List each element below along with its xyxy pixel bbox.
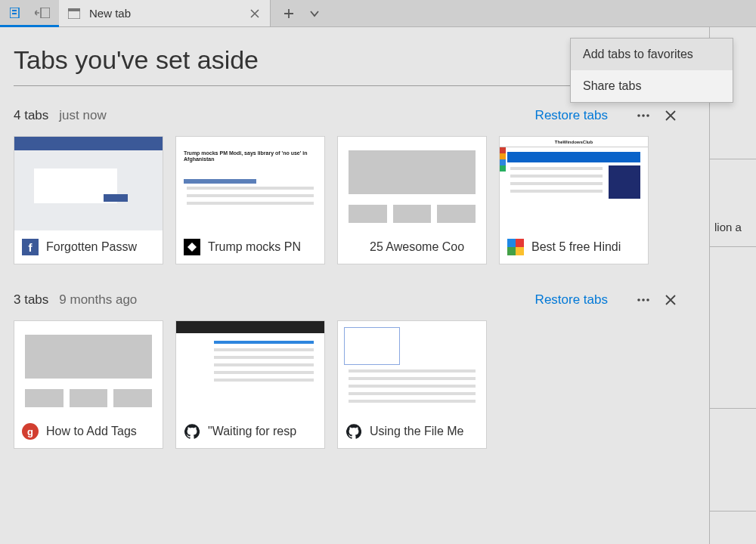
tab-title: New tab: [89, 7, 240, 20]
tab-group-time: 9 months ago: [59, 292, 137, 308]
more-icon[interactable]: [635, 292, 652, 308]
svg-point-9: [637, 298, 640, 301]
more-icon[interactable]: [635, 107, 652, 124]
restore-tabs-link[interactable]: Restore tabs: [535, 108, 608, 123]
windows-store-icon: [507, 239, 524, 255]
aside-tabs-panel: Tabs you've set aside 4 tabs just now Re…: [0, 27, 709, 544]
tab-tools: [0, 0, 59, 27]
tab-bar-actions: [271, 0, 322, 26]
tab-group-header: 4 tabs just now Restore tabs: [14, 107, 679, 124]
restore-tabs-link[interactable]: Restore tabs: [535, 292, 608, 308]
menu-share-tabs[interactable]: Share tabs: [571, 70, 733, 102]
tile-thumbnail: [338, 137, 486, 230]
aside-tab-tile[interactable]: 25 Awesome Coo: [337, 136, 487, 264]
svg-point-7: [642, 114, 645, 117]
show-aside-tabs-icon[interactable]: [35, 5, 50, 20]
aside-tab-tile[interactable]: f Forgotten Passw: [14, 136, 163, 264]
tab-group-context-menu: Add tabs to favorites Share tabs: [570, 38, 733, 103]
set-aside-tabs-icon[interactable]: [9, 5, 24, 20]
aside-tab-tile[interactable]: Trump mocks PM Modi, says library of 'no…: [175, 136, 325, 264]
new-tab-icon[interactable]: [281, 6, 296, 21]
close-tab-icon[interactable]: [247, 6, 262, 21]
thumb-brand: TheWindowsClub: [500, 137, 648, 147]
browser-chrome: New tab: [0, 0, 756, 27]
tile-title: Best 5 free Hindi: [531, 240, 621, 254]
aside-tab-tile[interactable]: TheWindowsClub Best 5 free Hindi: [499, 136, 649, 264]
github-icon: [345, 423, 362, 440]
tile-thumbnail: [338, 321, 486, 415]
aside-tab-tile[interactable]: g How to Add Tags: [14, 320, 163, 449]
tab-group-count: 3 tabs: [14, 292, 48, 308]
tab-group-header: 3 tabs 9 months ago Restore tabs: [14, 292, 679, 308]
tile-thumbnail: TheWindowsClub: [500, 137, 648, 230]
svg-rect-1: [12, 10, 17, 11]
menu-add-tabs-to-favorites[interactable]: Add tabs to favorites: [571, 39, 733, 70]
tab-group-time: just now: [59, 108, 106, 123]
thumb-headline: Trump mocks PM Modi, says library of 'no…: [184, 150, 317, 162]
tile-thumbnail: [14, 321, 163, 415]
tab-group-tiles: g How to Add Tags "Waiting for resp: [14, 320, 692, 449]
svg-rect-5: [68, 8, 80, 11]
facebook-icon: f: [22, 239, 39, 255]
peek-text-snippet: lion a: [714, 221, 742, 233]
svg-rect-2: [12, 13, 17, 14]
svg-point-11: [646, 298, 649, 301]
close-group-icon[interactable]: [662, 292, 679, 308]
tile-title: "Waiting for resp: [208, 425, 296, 438]
browser-tab-active[interactable]: New tab: [59, 0, 271, 26]
tile-title: 25 Awesome Coo: [370, 240, 464, 254]
tile-title: How to Add Tags: [46, 425, 137, 438]
tab-group: 3 tabs 9 months ago Restore tabs g How t…: [14, 292, 692, 449]
tile-thumbnail: Trump mocks PM Modi, says library of 'no…: [176, 137, 324, 230]
tile-thumbnail: [176, 321, 324, 415]
svg-point-10: [642, 298, 645, 301]
eagle-icon: [184, 239, 200, 255]
aside-tab-tile[interactable]: "Waiting for resp: [175, 320, 325, 449]
tab-group-count: 4 tabs: [14, 108, 48, 123]
svg-point-8: [646, 114, 649, 117]
tab-group: 4 tabs just now Restore tabs f Forgotten…: [14, 107, 692, 264]
tile-thumbnail: [14, 137, 163, 230]
tab-dropdown-icon[interactable]: [307, 6, 322, 21]
svg-point-6: [637, 114, 640, 117]
svg-rect-3: [41, 8, 50, 18]
tile-title: Trump mocks PN: [208, 240, 301, 254]
tile-title: Forgotten Passw: [46, 240, 137, 254]
github-icon: [184, 423, 200, 440]
blank-favicon: [345, 239, 362, 255]
aside-tab-tile[interactable]: Using the File Me: [337, 320, 487, 449]
tab-group-tiles: f Forgotten Passw Trump mocks PM Modi, s…: [14, 136, 692, 264]
page-icon: [67, 6, 82, 21]
letter-g-icon: g: [22, 423, 39, 440]
close-group-icon[interactable]: [662, 107, 679, 124]
background-page-peek: lion a: [709, 27, 756, 544]
tile-title: Using the File Me: [370, 425, 464, 438]
